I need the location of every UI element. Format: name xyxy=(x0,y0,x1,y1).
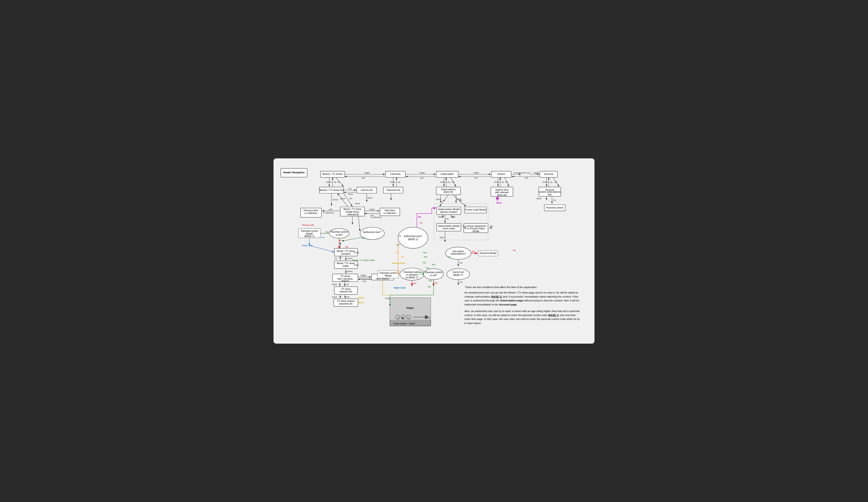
svg-text:trailer: trailer xyxy=(343,264,349,267)
svg-text:Right: Right xyxy=(365,171,370,174)
svg-text:Down: Down xyxy=(390,181,395,183)
svg-text:with relevant: with relevant xyxy=(495,191,509,194)
svg-text:Back: Back xyxy=(348,193,353,195)
svg-text:episodes list: episodes list xyxy=(339,302,352,305)
svg-text:Subscriptions: Subscriptions xyxy=(441,188,455,191)
svg-text:Down: Down xyxy=(494,181,499,183)
svg-text:Left: Left xyxy=(362,280,366,282)
svg-text:Back: Back xyxy=(436,198,441,200)
svg-line-157 xyxy=(338,193,348,207)
svg-text:Came from: Came from xyxy=(452,271,464,273)
svg-text:Modal: Modal xyxy=(385,274,391,277)
svg-text:items list: items list xyxy=(497,194,507,196)
svg-text:Back: Back xyxy=(332,283,337,285)
svg-text:Yes: Yes xyxy=(423,251,426,254)
svg-text:No: No xyxy=(472,250,475,253)
svg-text:Right code: Right code xyxy=(302,244,313,247)
svg-text:OK: OK xyxy=(442,199,446,202)
svg-text:Up: Up xyxy=(334,257,337,260)
svg-text:Yes: Yes xyxy=(432,263,435,266)
svg-text:Back: Back xyxy=(354,251,359,254)
svg-text:OK: OK xyxy=(338,181,341,183)
svg-text:Right: Right xyxy=(370,208,375,211)
svg-text:Search: Search xyxy=(497,172,505,175)
svg-text:TV show: TV show xyxy=(341,287,351,290)
svg-text:is set?: is set? xyxy=(336,233,343,236)
svg-text:Yes: Yes xyxy=(423,261,426,264)
svg-text:Yes: Yes xyxy=(426,266,429,269)
svg-text:Movie / TV Show video: Movie / TV Show video xyxy=(352,259,375,261)
svg-text:← Yes: ← Yes xyxy=(319,236,325,239)
svg-text:is checked: is checked xyxy=(406,273,418,276)
svg-text:Authorized user?: Authorized user? xyxy=(404,235,422,238)
svg-text:Wrong code: Wrong code xyxy=(302,224,314,226)
svg-text:License agreement: License agreement xyxy=(466,224,486,227)
svg-text:Authorization Modal: Authorization Modal xyxy=(438,224,459,227)
svg-text:Payment Modal: Payment Modal xyxy=(480,252,496,254)
svg-text:Parental control: Parental control xyxy=(425,271,442,274)
svg-text:TV show: TV show xyxy=(340,275,350,278)
svg-text:(BASE 2): (BASE 2) xyxy=(408,238,418,241)
svg-text:Back: Back xyxy=(440,236,445,239)
svg-text:OK: OK xyxy=(398,235,402,237)
svg-text:OK: OK xyxy=(505,181,508,183)
svg-text:Right: Right xyxy=(474,171,479,174)
svg-text:Up: Up xyxy=(334,181,337,183)
svg-line-280 xyxy=(309,245,334,252)
svg-text:BASE 2?: BASE 2? xyxy=(453,274,463,276)
svg-text:OK: OK xyxy=(554,181,558,183)
svg-text:(BASE 1): (BASE 1) xyxy=(304,235,314,238)
svg-text:Up: Up xyxy=(447,181,450,183)
svg-point-267 xyxy=(424,315,428,319)
svg-text:Down: Down xyxy=(326,181,332,183)
svg-text:Yes: Yes xyxy=(424,255,427,258)
main-container: Header Navigation Movies / TV shows Chan… xyxy=(273,158,595,344)
svg-text:Next Item: Next Item xyxy=(385,209,395,212)
svg-text:Channels list: Channels list xyxy=(386,189,400,191)
svg-text:synopsis: synopsis xyxy=(341,252,351,255)
svg-text:Account: Account xyxy=(544,172,553,175)
svg-text:Right Code: Right Code xyxy=(394,286,406,289)
svg-text:Back: Back xyxy=(438,216,444,218)
svg-text:Left: Left xyxy=(474,177,478,179)
diagram-area: Header Navigation Movies / TV shows Chan… xyxy=(276,161,592,341)
svg-text:Yes: Yes xyxy=(427,285,431,288)
svg-text:Wrong Code: Wrong Code xyxy=(392,262,405,264)
svg-text:OK: OK xyxy=(346,296,350,298)
svg-text:If collection: If collection xyxy=(371,216,382,219)
svg-text:Left: Left xyxy=(524,177,528,179)
svg-text:Movie / TV show: Movie / TV show xyxy=(337,250,355,252)
svg-text:OK: OK xyxy=(553,199,557,201)
svg-text:Up: Up xyxy=(550,181,553,183)
svg-text:Yes: Yes xyxy=(420,271,423,274)
svg-text:Channels: Channels xyxy=(390,172,401,175)
svg-text:Up: Up xyxy=(502,181,504,183)
svg-text:No: No xyxy=(345,245,348,248)
svg-text:plans list: plans list xyxy=(444,190,453,193)
svg-text:No: No xyxy=(413,282,416,284)
svg-text:No: No xyxy=(420,221,423,224)
svg-text:◁: ◁ xyxy=(397,316,399,319)
svg-text:OK: OK xyxy=(459,199,462,202)
svg-text:Authorization Modal: Authorization Modal xyxy=(438,208,459,211)
svg-text:Search form: Search form xyxy=(495,188,508,191)
svg-text:(phone number): (phone number) xyxy=(440,211,457,213)
svg-text:Left: Left xyxy=(420,177,424,179)
svg-text:There are two conditions that : There are two conditions that affect the… xyxy=(465,285,538,289)
svg-text:Close button = Back: Close button = Back xyxy=(393,322,415,325)
svg-text:OK: OK xyxy=(490,225,493,227)
svg-text:Player: Player xyxy=(407,306,414,309)
svg-text:list): list) xyxy=(548,193,552,196)
svg-text:in collection: in collection xyxy=(305,212,317,215)
svg-text:Yes: Yes xyxy=(428,280,432,282)
svg-text:Up: Up xyxy=(397,181,401,183)
svg-text:Down: Down xyxy=(347,270,353,272)
svg-text:Parental control: Parental control xyxy=(403,271,421,273)
svg-text:If collection: If collection xyxy=(323,211,334,214)
svg-text:No: No xyxy=(435,282,437,284)
svg-text:▷: ▷ xyxy=(408,316,410,319)
svg-text:Movies / TV shows: Movies / TV shows xyxy=(322,172,343,175)
svg-text:Yes: Yes xyxy=(325,231,329,233)
svg-text:No: No xyxy=(513,249,516,251)
svg-text:OK: OK xyxy=(346,283,349,285)
